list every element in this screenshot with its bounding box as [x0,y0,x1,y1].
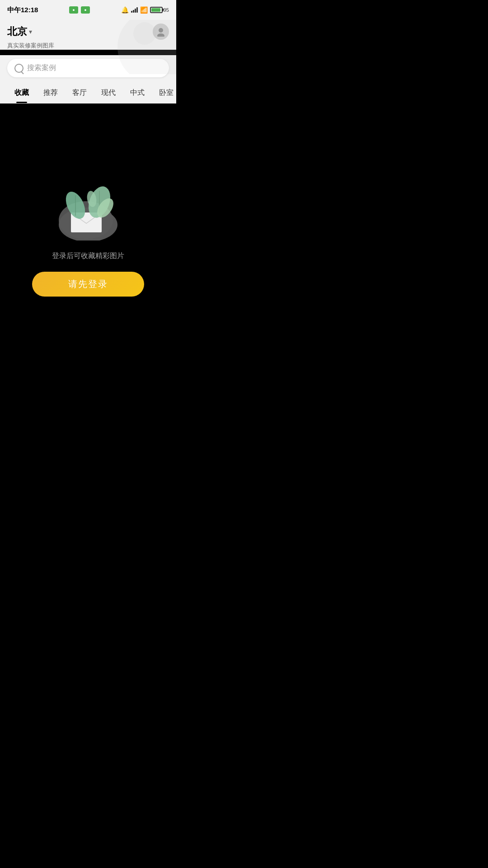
message-icon-1: ● [69,6,78,14]
city-selector[interactable]: 北京 ▾ [7,25,32,38]
battery-icon [150,7,163,13]
tab-chinese[interactable]: 中式 [123,83,152,103]
status-time: 中午12:18 [7,6,38,14]
battery-percent: 95 [164,7,169,13]
battery-indicator: 95 [150,7,169,13]
svg-point-1 [133,22,156,45]
tab-favorites[interactable]: 收藏 [7,83,36,103]
login-button[interactable]: 请先登录 [32,272,144,297]
search-placeholder: 搜索案例 [27,63,56,73]
search-icon [14,64,23,73]
tab-modern[interactable]: 现代 [94,83,123,103]
status-right-icons: 🔔 📶 95 [121,6,169,14]
empty-state: 登录后可收藏精彩图片 请先登录 [32,182,144,297]
city-name: 北京 [7,25,27,38]
main-content: 登录后可收藏精彩图片 请先登录 [0,104,176,375]
bell-icon: 🔔 [121,6,129,14]
message-icon-2: ● [81,6,90,14]
city-dropdown-icon: ▾ [29,28,32,35]
empty-message: 登录后可收藏精彩图片 [52,251,124,261]
tab-living-room[interactable]: 客厅 [65,83,94,103]
empty-illustration [52,182,124,241]
tab-recommended[interactable]: 推荐 [36,83,65,103]
wifi-icon: 📶 [140,6,148,14]
category-tabs: 收藏 推荐 客厅 现代 中式 卧室 北欧 [0,83,176,104]
tab-bedroom[interactable]: 卧室 [152,83,176,103]
header-top: 北京 ▾ [7,24,169,40]
signal-icon [131,7,138,13]
status-bar: 中午12:18 ● ● 🔔 📶 95 [0,0,176,20]
status-app-icons: ● ● [69,6,90,14]
header: 北京 ▾ 真实装修案例图库 [0,20,176,50]
header-decoration [86,20,176,74]
